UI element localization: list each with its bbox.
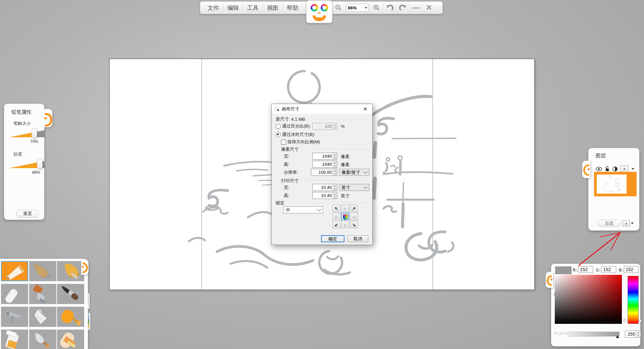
- alpha-marker-icon[interactable]: [616, 336, 619, 338]
- hue-slider[interactable]: [628, 276, 639, 324]
- tool-paint-roller[interactable]: [57, 307, 84, 327]
- resolution-field-group: ▲▼: [311, 169, 337, 176]
- print-height-unit: 英寸: [341, 193, 350, 199]
- width-spinner[interactable]: ▲▼: [333, 153, 337, 159]
- tool-cone-tube[interactable]: [29, 307, 56, 327]
- hue-marker-right-icon[interactable]: [638, 318, 642, 323]
- chevron-down-icon[interactable]: [632, 168, 634, 170]
- zoom-out-button[interactable]: [332, 3, 345, 13]
- layer-opacity-icon[interactable]: [612, 166, 618, 171]
- green-field[interactable]: [601, 266, 616, 273]
- layer-lock-icon[interactable]: [605, 166, 609, 171]
- height-spinner[interactable]: ▲▼: [333, 161, 337, 167]
- chevron-down-icon[interactable]: [631, 222, 634, 224]
- width-field[interactable]: [313, 153, 333, 159]
- minimize-icon: —: [412, 4, 420, 11]
- print-height-spinner[interactable]: ▲▼: [333, 192, 337, 199]
- tool-paint-jar[interactable]: [1, 330, 28, 349]
- tray-handle[interactable]: [81, 259, 89, 275]
- anchor-bottom-right[interactable]: ↘: [350, 221, 358, 228]
- menu-tools[interactable]: 工具: [243, 4, 263, 12]
- anchor-center[interactable]: [341, 213, 349, 220]
- absolute-radio-row: 通过决对尺寸(B):: [276, 131, 315, 138]
- layers-menu-button[interactable]: ≡: [623, 220, 630, 227]
- lock-anchor-select[interactable]: 中: [283, 206, 323, 213]
- blue-field[interactable]: [624, 266, 639, 273]
- print-height-field[interactable]: [313, 192, 333, 199]
- anchor-left[interactable]: ←: [332, 213, 340, 220]
- resolution-spinner[interactable]: ▲▼: [333, 169, 337, 176]
- chevron-down-icon: [365, 7, 367, 9]
- zoom-level-combo[interactable]: 66%: [346, 4, 369, 12]
- handle-ring-icon: [83, 262, 88, 273]
- tool-pencil[interactable]: [1, 261, 28, 281]
- absolute-radio[interactable]: [276, 132, 281, 137]
- layer-options-button[interactable]: ≡: [621, 165, 629, 172]
- minimize-button[interactable]: —: [410, 3, 422, 13]
- undo-button[interactable]: [383, 3, 396, 13]
- color-panel-handle[interactable]: [546, 272, 553, 288]
- keep-ratio-checkbox[interactable]: [281, 140, 286, 145]
- close-button[interactable]: ✕: [423, 3, 435, 13]
- anchor-right[interactable]: →: [350, 213, 358, 220]
- panel-handle[interactable]: [44, 109, 52, 127]
- saturation-value-picker[interactable]: [555, 275, 622, 324]
- height-field[interactable]: [313, 161, 333, 167]
- menu-edit[interactable]: 编辑: [223, 4, 243, 12]
- alpha-field[interactable]: [625, 332, 636, 337]
- percent-spinner[interactable]: ▲▼: [333, 123, 337, 130]
- resolution-field[interactable]: [311, 169, 333, 176]
- color-cursor[interactable]: [554, 292, 559, 297]
- menu-file[interactable]: 文件: [204, 4, 223, 12]
- alpha-spinner: ▲▼: [625, 331, 641, 338]
- anchor-top-right[interactable]: ↗: [350, 205, 358, 212]
- reset-button[interactable]: 重置: [16, 210, 39, 218]
- resolution-unit-value: 像素/英寸: [341, 169, 360, 176]
- layer-visibility-eye-icon[interactable]: [596, 167, 602, 171]
- percent-field[interactable]: [313, 123, 333, 130]
- zoom-in-button[interactable]: [370, 3, 383, 13]
- tool-eraser[interactable]: [57, 330, 84, 349]
- keep-ratio-label: 保持方向比例(M): [287, 139, 320, 145]
- percent-field-group: ▲▼: [312, 123, 337, 130]
- menu-view[interactable]: 视图: [263, 4, 282, 12]
- cancel-button[interactable]: 取消: [347, 235, 368, 242]
- tool-palette-knife[interactable]: [29, 330, 56, 349]
- dialog-close-button[interactable]: ✕: [358, 104, 372, 114]
- redo-button[interactable]: [396, 3, 409, 13]
- tool-ink-brush[interactable]: [57, 284, 84, 304]
- alpha-spin-buttons[interactable]: ▲▼: [636, 331, 641, 337]
- print-width-unit-select[interactable]: 英寸: [339, 184, 369, 191]
- red-field[interactable]: [578, 266, 593, 273]
- dialog-title-bar[interactable]: 画布尺寸: [272, 104, 372, 114]
- tool-airbrush[interactable]: [1, 307, 28, 327]
- print-width-field[interactable]: [313, 184, 333, 191]
- brush-size-slider[interactable]: [9, 129, 45, 137]
- percent-radio[interactable]: [276, 124, 281, 129]
- anchor-bottom-left[interactable]: ↙: [332, 221, 340, 228]
- layers-panel: 图层 ≡ 新建 ≡: [588, 148, 639, 231]
- layer-item-selected[interactable]: [594, 172, 637, 196]
- hue-marker-left-icon[interactable]: [624, 318, 627, 323]
- menu-help[interactable]: 帮助: [283, 4, 302, 12]
- menu-lines-icon: ≡: [624, 167, 626, 171]
- anchor-top-left[interactable]: ↖: [332, 205, 340, 212]
- new-layer-button[interactable]: 新建: [597, 220, 621, 227]
- ok-button[interactable]: 确定: [321, 235, 344, 242]
- alpha-slider[interactable]: [568, 332, 620, 337]
- logo-mouth-icon: [313, 15, 326, 21]
- print-width-spinner[interactable]: ▲▼: [333, 184, 337, 191]
- anchor-bottom[interactable]: ↓: [341, 221, 349, 228]
- tool-chalk[interactable]: [1, 284, 28, 304]
- anchor-top[interactable]: ↑: [341, 205, 349, 212]
- new-size-label: 新尺寸:: [276, 116, 290, 122]
- handle-dot-icon: [550, 279, 552, 281]
- layers-panel-handle[interactable]: [582, 161, 590, 178]
- tool-crayon[interactable]: [57, 261, 84, 281]
- brush-size-thumb[interactable]: [32, 128, 37, 139]
- menu-lines-icon: ≡: [625, 221, 627, 226]
- tool-flat-brush[interactable]: [29, 284, 56, 304]
- softness-thumb[interactable]: [37, 159, 43, 169]
- tool-wood-brush[interactable]: [29, 261, 56, 281]
- resolution-unit-select[interactable]: 像素/英寸: [339, 169, 369, 176]
